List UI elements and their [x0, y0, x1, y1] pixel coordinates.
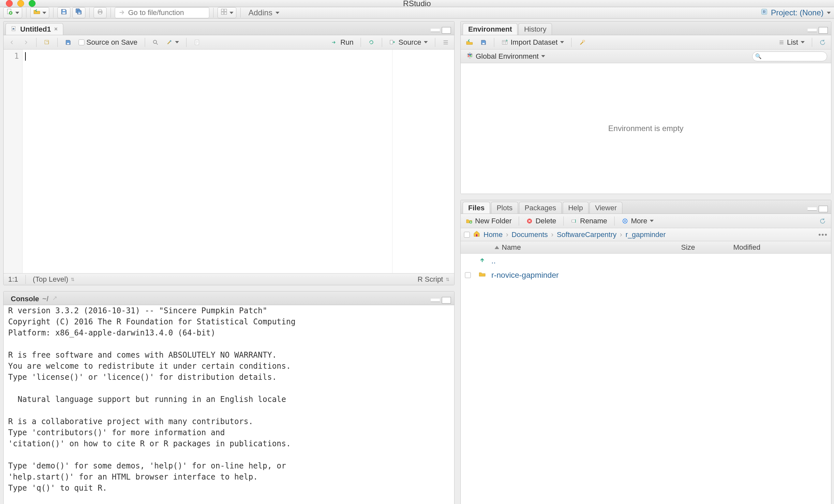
scope-label: (Top Level)	[33, 275, 68, 284]
dropdown-caret-icon	[276, 12, 280, 14]
find-replace-button[interactable]	[150, 39, 161, 46]
minimize-pane-button[interactable]	[808, 207, 817, 211]
tab-label: Viewer	[595, 204, 617, 212]
breadcrumb-separator: ›	[506, 231, 508, 239]
source-tab-untitled1[interactable]: R Untitled1 ×	[5, 23, 63, 35]
svg-rect-9	[224, 9, 226, 12]
column-modified-header[interactable]: Modified	[733, 243, 831, 252]
more-button[interactable]: More	[620, 216, 656, 226]
minimize-pane-button[interactable]	[431, 29, 440, 32]
show-in-new-window-button[interactable]	[42, 39, 52, 46]
new-file-button[interactable]	[3, 7, 22, 18]
file-row-parent[interactable]: ..	[461, 254, 831, 268]
breadcrumb-rgapminder[interactable]: r_gapminder	[626, 231, 666, 239]
tab-viewer[interactable]: Viewer	[590, 202, 622, 214]
row-checkbox[interactable]	[465, 272, 471, 278]
svg-text:R: R	[13, 27, 15, 30]
tab-environment[interactable]: Environment	[463, 23, 518, 35]
separator	[145, 38, 145, 47]
svg-rect-35	[476, 234, 477, 236]
compile-report-button[interactable]	[192, 39, 202, 46]
code-tools-button[interactable]	[164, 39, 181, 46]
rerun-button[interactable]	[366, 39, 377, 46]
rename-button[interactable]: Rename	[569, 216, 609, 226]
maximize-pane-button[interactable]	[819, 206, 828, 212]
tab-history[interactable]: History	[519, 23, 552, 35]
separator	[571, 38, 572, 47]
view-mode-button[interactable]: List	[776, 38, 807, 47]
minimize-pane-button[interactable]	[808, 29, 817, 32]
environment-scope-selector[interactable]: Global Environment	[465, 51, 547, 61]
editor-margin	[392, 49, 454, 273]
dropdown-caret-icon	[15, 12, 19, 14]
maximize-pane-button[interactable]	[442, 27, 451, 34]
environment-scope-bar: Global Environment	[461, 49, 831, 63]
folder-open-icon	[33, 8, 40, 17]
environment-search-input[interactable]	[752, 51, 827, 61]
scope-selector[interactable]: (Top Level) ⇅	[33, 275, 75, 284]
breadcrumb-softwarecarpentry[interactable]: SoftwareCarpentry	[557, 231, 617, 239]
tab-plots[interactable]: Plots	[491, 202, 518, 214]
import-dataset-button[interactable]: Import Dataset	[500, 38, 566, 47]
load-workspace-button[interactable]	[464, 38, 475, 47]
save-source-button[interactable]	[63, 39, 73, 46]
project-menu[interactable]: R Project: (None)	[761, 8, 831, 17]
tab-label: Help	[568, 204, 583, 212]
select-all-checkbox[interactable]	[464, 232, 470, 238]
forward-button[interactable]	[21, 39, 31, 46]
column-size-header[interactable]: Size	[681, 243, 733, 252]
editor-body[interactable]: 1	[4, 49, 454, 273]
files-breadcrumb: Home › Documents › SoftwareCarpentry › r…	[461, 228, 831, 241]
refresh-files-button[interactable]	[817, 217, 828, 225]
new-file-icon	[6, 8, 13, 17]
workspace-panes-button[interactable]	[217, 7, 236, 18]
outline-button[interactable]	[440, 39, 451, 46]
separator	[614, 217, 615, 225]
run-button[interactable]: Run	[329, 38, 355, 47]
file-row-folder[interactable]: r-novice-gapminder	[461, 268, 831, 282]
popout-icon[interactable]	[52, 295, 58, 303]
save-all-button[interactable]	[72, 7, 85, 18]
maximize-pane-button[interactable]	[819, 27, 828, 34]
separator	[53, 8, 53, 18]
files-list: .. r-novice-gapminder	[461, 254, 831, 504]
back-button[interactable]	[7, 39, 17, 46]
breadcrumb-home[interactable]: Home	[484, 231, 503, 239]
svg-rect-4	[78, 13, 80, 14]
filetype-selector[interactable]: R Script ⇅	[418, 275, 449, 284]
open-project-button[interactable]	[30, 7, 49, 18]
breadcrumb-documents[interactable]: Documents	[511, 231, 548, 239]
console-tab[interactable]: Console ~/	[5, 293, 63, 305]
more-path-button[interactable]: •••	[818, 231, 828, 239]
addins-button[interactable]: Addins	[244, 8, 283, 17]
goto-file-function-input[interactable]	[115, 7, 209, 18]
goto-input-field[interactable]	[128, 8, 206, 17]
source-button-label: Source	[398, 38, 421, 47]
save-button[interactable]	[58, 7, 70, 18]
print-button[interactable]	[93, 7, 107, 18]
print-icon	[96, 8, 104, 17]
main-toolbar: Addins R Project: (None)	[0, 7, 834, 19]
refresh-button[interactable]	[817, 39, 828, 46]
tab-help[interactable]: Help	[563, 202, 589, 214]
source-button[interactable]: Source	[387, 38, 430, 47]
save-workspace-button[interactable]	[478, 39, 489, 46]
tab-files[interactable]: Files	[463, 202, 490, 214]
save-all-icon	[75, 8, 83, 17]
maximize-pane-button[interactable]	[442, 297, 451, 304]
new-folder-button[interactable]: New Folder	[464, 216, 513, 226]
close-tab-icon[interactable]: ×	[54, 26, 58, 32]
minimize-pane-button[interactable]	[431, 299, 440, 302]
breadcrumb-separator: ›	[620, 231, 622, 239]
delete-button[interactable]: Delete	[524, 216, 558, 226]
file-name: ..	[489, 256, 831, 265]
tab-packages[interactable]: Packages	[519, 202, 562, 214]
source-on-save-checkbox[interactable]: Source on Save	[76, 38, 139, 47]
console-output[interactable]: R version 3.3.2 (2016-10-31) -- "Sincere…	[4, 305, 454, 504]
home-icon[interactable]	[473, 230, 480, 239]
clear-workspace-button[interactable]	[577, 39, 587, 46]
workspace: R Untitled1 × Source	[0, 19, 834, 504]
separator	[89, 8, 90, 18]
column-name-header[interactable]: Name	[475, 243, 681, 252]
editor-text-area[interactable]	[22, 49, 392, 273]
